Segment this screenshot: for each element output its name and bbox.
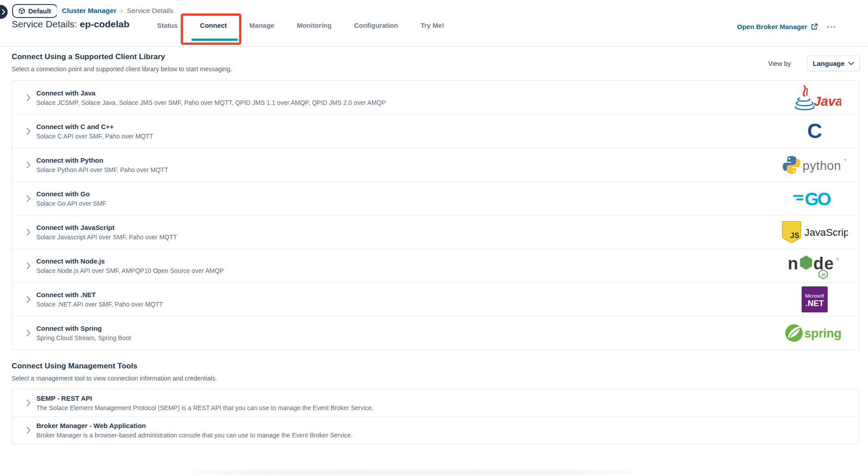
svg-text:python: python <box>803 159 841 173</box>
item-subtitle: Solace JCSMP, Solace Java, Solace JMS ov… <box>36 99 386 106</box>
item-subtitle: Solace Javascript API over SMF, Paho ove… <box>36 234 177 241</box>
c-logo: C <box>781 120 848 143</box>
list-item-go[interactable]: Connect with Go Solace Go API over SMF G… <box>12 182 859 215</box>
list-item-spring[interactable]: Connect with Spring Spring Cloud Stream,… <box>12 316 859 350</box>
management-section-head: Connect Using Management Tools Select a … <box>12 362 859 382</box>
view-by-label: View by <box>768 60 791 67</box>
header-actions: Open Broker Manager <box>737 23 836 30</box>
list-item-semp[interactable]: SEMP - REST API The Solace Element Manag… <box>12 389 859 416</box>
header-divider <box>57 4 57 17</box>
java-logo: Java <box>781 84 848 111</box>
tab-try-me[interactable]: Try Me! <box>421 22 445 29</box>
ellipsis-icon <box>827 26 829 28</box>
external-link-icon <box>811 23 818 30</box>
service-name: ep-codelab <box>80 19 130 29</box>
tab-status[interactable]: Status <box>157 22 178 29</box>
chevron-right-icon <box>26 94 31 101</box>
item-subtitle: Broker Manager is a browser-based admini… <box>36 432 353 439</box>
more-actions-button[interactable] <box>826 24 836 30</box>
tab-connect[interactable]: Connect <box>200 22 227 29</box>
svg-text:GO: GO <box>805 189 831 208</box>
svg-text:.NET: .NET <box>805 299 824 308</box>
list-item-java[interactable]: Connect with Java Solace JCSMP, Solace J… <box>12 81 859 114</box>
client-library-subheading: Select a connection point and supported … <box>12 65 859 73</box>
ellipsis-icon <box>830 26 832 28</box>
chevron-right-icon <box>26 399 31 407</box>
item-subtitle: The Solace Element Management Protocol (… <box>36 404 373 411</box>
breadcrumb-separator: › <box>120 7 122 15</box>
page-title-prefix: Service Details: <box>12 19 77 29</box>
item-title: Connect with Go <box>36 190 106 198</box>
item-title: Connect with Python <box>36 156 168 164</box>
chevron-right-icon <box>26 128 31 135</box>
view-by-dropdown-value: Language <box>813 60 845 67</box>
tab-bar: Status Connect Manage Monitoring Configu… <box>157 22 444 29</box>
item-subtitle: Solace .NET API over SMF, Paho over MQTT <box>36 301 163 308</box>
javascript-logo: JS JavaScript <box>781 221 848 243</box>
ellipsis-icon <box>833 26 835 28</box>
breadcrumb: Cluster Manager › Service Details <box>62 7 173 15</box>
open-broker-manager-label: Open Broker Manager <box>737 23 807 30</box>
cube-icon <box>18 8 25 14</box>
svg-text:C: C <box>807 120 822 143</box>
connect-tab-content: Connect Using a Supported Client Library… <box>0 52 868 444</box>
list-item-broker-manager[interactable]: Broker Manager - Web Application Broker … <box>12 416 859 444</box>
list-item-c[interactable]: Connect with C and C++ Solace C API over… <box>12 114 859 148</box>
breadcrumb-current: Service Details <box>127 7 173 15</box>
spring-logo: spring <box>781 323 848 343</box>
list-item-python[interactable]: Connect with Python Solace Python API ov… <box>12 148 859 182</box>
dotnet-logo: Microsoft .NET <box>781 286 848 313</box>
item-subtitle: Solace Go API over SMF <box>36 200 106 207</box>
nodejs-logo: n de JS ® <box>781 252 848 280</box>
page-title: Service Details: ep-codelab <box>12 19 130 30</box>
tab-configuration[interactable]: Configuration <box>354 22 398 29</box>
open-broker-manager-link[interactable]: Open Broker Manager <box>737 23 818 30</box>
item-subtitle: Solace Node.js API over SMF, AMPQP10 Ope… <box>36 267 224 274</box>
svg-text:JavaScript: JavaScript <box>804 226 848 238</box>
client-library-list: Connect with Java Solace JCSMP, Solace J… <box>12 80 859 350</box>
chevron-down-icon <box>848 62 854 65</box>
breadcrumb-link-cluster-manager[interactable]: Cluster Manager <box>62 7 116 15</box>
chevron-right-icon <box>26 329 31 337</box>
client-library-heading: Connect Using a Supported Client Library <box>12 52 859 61</box>
svg-text:JS: JS <box>790 231 799 240</box>
python-logo: python ™ <box>781 155 848 175</box>
item-title: Broker Manager - Web Application <box>36 422 353 429</box>
item-title: Connect with C and C++ <box>36 123 153 130</box>
chevron-right-icon <box>26 195 31 202</box>
workspace-badge[interactable]: Default <box>12 4 57 18</box>
go-logo: GO <box>781 189 848 208</box>
item-title: SEMP - REST API <box>36 394 373 402</box>
item-subtitle: Solace C API over SMF, Paho over MQTT <box>36 133 153 140</box>
list-item-nodejs[interactable]: Connect with Node.js Solace Node.js API … <box>12 249 859 282</box>
page-header: Default Cluster Manager › Service Detail… <box>0 0 868 47</box>
item-title: Connect with Node.js <box>36 257 224 265</box>
svg-text:™: ™ <box>843 158 847 163</box>
management-tools-list: SEMP - REST API The Solace Element Manag… <box>12 389 859 444</box>
svg-text:Java: Java <box>814 94 841 108</box>
item-subtitle: Solace Python API over SMF, Paho over MQ… <box>36 166 168 173</box>
list-item-javascript[interactable]: Connect with JavaScript Solace Javascrip… <box>12 215 859 249</box>
chevron-right-icon <box>26 161 31 169</box>
management-subheading: Select a management tool to view connect… <box>12 375 859 382</box>
management-heading: Connect Using Management Tools <box>12 362 859 371</box>
tab-manage[interactable]: Manage <box>249 22 275 29</box>
chevron-right-icon <box>26 427 31 434</box>
item-title: Connect with Java <box>36 89 386 97</box>
client-library-section-head: Connect Using a Supported Client Library… <box>12 52 859 73</box>
tab-monitoring[interactable]: Monitoring <box>297 22 331 29</box>
active-tab-underline <box>192 39 238 41</box>
svg-text:JS: JS <box>820 273 825 277</box>
chevron-right-icon <box>26 229 31 236</box>
sidebar-expand-button[interactable] <box>0 5 8 19</box>
list-item-dotnet[interactable]: Connect with .NET Solace .NET API over S… <box>12 282 859 316</box>
svg-text:spring: spring <box>804 326 842 340</box>
item-title: Connect with Spring <box>36 325 131 332</box>
item-subtitle: Spring Cloud Stream, Spring Boot <box>36 334 131 342</box>
item-title: Connect with .NET <box>36 291 163 299</box>
view-by-dropdown[interactable]: Language <box>807 56 860 71</box>
page-bottom-shadow <box>188 470 637 474</box>
chevron-right-icon <box>26 296 31 303</box>
view-by-control: View by Language <box>768 56 860 71</box>
chevron-right-icon <box>26 262 31 269</box>
